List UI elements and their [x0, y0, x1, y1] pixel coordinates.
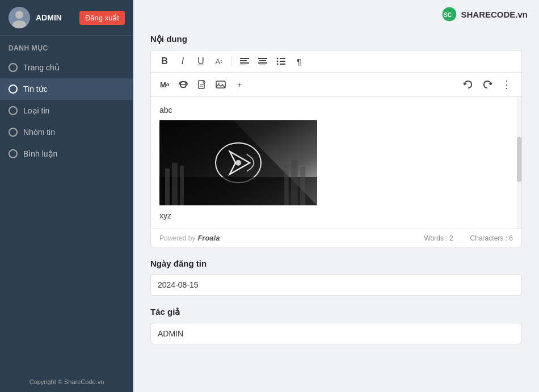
svg-point-28: [235, 160, 241, 166]
svg-rect-32: [180, 166, 184, 205]
align-left-icon: [240, 57, 249, 65]
redo-button[interactable]: [479, 78, 496, 91]
svg-rect-30: [165, 168, 170, 205]
underline-button[interactable]: U: [193, 54, 209, 69]
image-button[interactable]: [212, 78, 229, 91]
sidebar-item-loai-tin[interactable]: Loại tin: [0, 100, 133, 121]
svg-point-15: [277, 61, 279, 62]
align-left-button[interactable]: [237, 55, 252, 68]
svg-point-13: [277, 58, 279, 60]
characters-stat: Characters : 6: [470, 234, 513, 242]
sidebar-label-loai-tin: Loại tin: [23, 106, 49, 115]
words-label: Words: [424, 234, 443, 242]
powered-by-label: Powered by: [159, 234, 195, 242]
logo-text: SHARECODE.vn: [461, 10, 528, 19]
content-form-group: Nội dung B I U A↕: [150, 34, 522, 247]
list-icon: [276, 57, 285, 65]
file-icon: [197, 80, 207, 89]
radio-trang-chu: [9, 63, 18, 72]
svg-rect-35: [300, 167, 305, 205]
undo-icon: [463, 80, 473, 89]
special-chars-button[interactable]: Mα: [157, 78, 172, 91]
sidebar-item-tin-tuc[interactable]: Tin tức: [0, 78, 133, 100]
bold-button[interactable]: B: [157, 54, 172, 69]
svg-rect-34: [291, 160, 298, 205]
file-button[interactable]: [194, 78, 210, 91]
date-form-group: Ngày đăng tin: [150, 259, 522, 296]
more-button[interactable]: +: [231, 78, 247, 91]
link-icon: [178, 81, 188, 88]
sidebar-item-trang-chu[interactable]: Trang chủ: [0, 57, 133, 78]
svg-rect-31: [172, 163, 178, 205]
words-count: 2: [449, 234, 453, 242]
admin-name-label: ADMIN: [36, 13, 74, 22]
author-form-group: Tác giả: [150, 307, 522, 344]
word-count-area: Words : 2 Characters : 6: [424, 234, 513, 242]
logo-area: SC SHARECODE.vn: [441, 6, 528, 23]
editor-toolbar-row2: Mα +: [151, 73, 521, 97]
characters-count: 6: [509, 234, 513, 242]
editor-footer: Powered by Froala Words : 2 Characters :: [151, 229, 521, 247]
copyright-label: Copyright © ShareCode.vn: [0, 372, 133, 392]
redo-icon: [482, 80, 492, 89]
froala-brand: Powered by Froala: [159, 234, 220, 242]
sidebar-item-nhom-tin[interactable]: Nhóm tin: [0, 121, 133, 143]
sidebar-label-nhom-tin: Nhóm tin: [23, 128, 55, 137]
link-button[interactable]: [175, 78, 192, 91]
words-sep: :: [445, 234, 449, 242]
avatar: [9, 7, 30, 28]
more-options-button[interactable]: ⋮: [498, 76, 516, 93]
svg-rect-33: [284, 165, 289, 205]
words-stat: Words : 2: [424, 234, 453, 242]
date-input[interactable]: [150, 274, 522, 296]
svg-point-17: [277, 64, 279, 65]
image-icon: [216, 80, 226, 89]
sidebar-item-binh-luan[interactable]: Bình luận: [0, 143, 133, 165]
date-section-label: Ngày đăng tin: [150, 259, 522, 268]
editor-container: B I U A↕ ¶: [150, 50, 522, 247]
radio-binh-luan: [9, 149, 18, 158]
editor-image-svg: [159, 120, 317, 205]
toolbar-sep-1: [231, 56, 232, 67]
editor-content-after: xyz: [159, 211, 513, 220]
sharecode-logo-icon: SC: [441, 6, 458, 23]
author-input[interactable]: [150, 323, 522, 344]
svg-text:SC: SC: [444, 12, 452, 18]
top-bar: SC SHARECODE.vn: [441, 6, 528, 23]
italic-button[interactable]: I: [175, 54, 191, 69]
list-button[interactable]: [273, 55, 289, 68]
sidebar-label-trang-chu: Trang chủ: [23, 63, 60, 72]
font-size-button[interactable]: A↕: [211, 55, 227, 68]
sidebar-section-label: DANH MỤC: [0, 36, 133, 57]
author-section-label: Tác giả: [150, 307, 522, 317]
editor-toolbar-row1: B I U A↕ ¶: [151, 50, 521, 73]
content-section-label: Nội dung: [150, 34, 522, 44]
logout-button[interactable]: Đăng xuất: [79, 11, 125, 25]
editor-body[interactable]: abc: [151, 97, 521, 229]
froala-label: Froala: [197, 234, 220, 242]
sidebar-label-binh-luan: Bình luận: [23, 149, 57, 158]
svg-point-1: [15, 11, 23, 19]
characters-label: Characters: [470, 234, 504, 242]
sidebar-header: ADMIN Đăng xuất: [0, 0, 133, 36]
align-center-icon: [258, 57, 267, 65]
radio-tin-tuc: [9, 85, 18, 94]
editor-content-before: abc: [159, 106, 513, 115]
paragraph-button[interactable]: ¶: [291, 54, 307, 69]
main-content: SC SHARECODE.vn Nội dung B I U A↕: [133, 0, 539, 392]
sidebar-label-tin-tuc: Tin tức: [23, 85, 48, 94]
sidebar: ADMIN Đăng xuất DANH MỤC Trang chủ Tin t…: [0, 0, 133, 392]
radio-loai-tin: [9, 106, 18, 115]
radio-nhom-tin: [9, 128, 18, 137]
undo-button[interactable]: [460, 78, 477, 91]
editor-image: [159, 120, 317, 205]
page-content: Nội dung B I U A↕: [150, 34, 522, 344]
align-center-button[interactable]: [255, 55, 271, 68]
